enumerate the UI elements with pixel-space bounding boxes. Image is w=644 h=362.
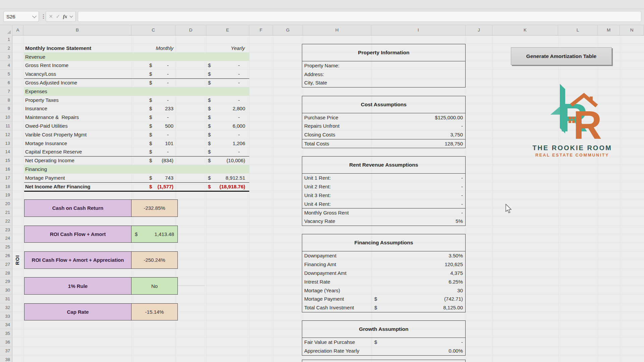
- statement-row-label[interactable]: Net Operating Income: [25, 156, 74, 165]
- roi-metric-value[interactable]: -15.14%: [131, 303, 178, 321]
- cell-name-box[interactable]: S26: [3, 11, 39, 22]
- monthly-value[interactable]: -: [152, 70, 173, 78]
- statement-row-label[interactable]: Net Income After Financing: [25, 182, 90, 191]
- monthly-value[interactable]: 101: [152, 139, 173, 148]
- row-header-29[interactable]: 29: [0, 277, 12, 286]
- roi-metric-label[interactable]: Cap Rate: [24, 303, 131, 321]
- yearly-value[interactable]: -: [211, 78, 245, 87]
- yearly-value[interactable]: -: [211, 130, 245, 139]
- row-header-1[interactable]: 1: [0, 35, 12, 44]
- roi-metric-label[interactable]: 1% Rule: [24, 277, 131, 295]
- row-header-6[interactable]: 6: [0, 78, 12, 87]
- cancel-icon[interactable]: ✕: [49, 14, 53, 19]
- monthly-value[interactable]: -: [152, 113, 173, 122]
- panel-row[interactable]: Downpayment3.50%: [302, 251, 465, 260]
- panel-row[interactable]: Unit 2 Rent:-: [302, 182, 465, 191]
- row-header-22[interactable]: 22: [0, 217, 12, 226]
- panel-row[interactable]: Appreciation Rate Yearly0.00%: [302, 347, 465, 355]
- row-header-34[interactable]: 34: [0, 320, 12, 329]
- panel-row[interactable]: Unit 3 Rent:-: [302, 191, 465, 200]
- row-header-11[interactable]: 11: [0, 122, 12, 130]
- row-header-19[interactable]: 19: [0, 191, 12, 199]
- yearly-value[interactable]: -: [211, 147, 245, 156]
- row-header-25[interactable]: 25: [0, 243, 12, 251]
- statement-row-label[interactable]: Vacancy/Loss: [25, 70, 56, 78]
- yearly-value[interactable]: 1,206: [211, 139, 245, 148]
- panel-row[interactable]: Mortage (Years)30: [302, 286, 465, 295]
- panel-row[interactable]: Closing Costs3,750: [302, 130, 465, 139]
- row-header-33[interactable]: 33: [0, 312, 12, 321]
- panel-row[interactable]: Downpayment Amt4,375: [302, 269, 465, 278]
- monthly-value[interactable]: -: [152, 61, 173, 70]
- column-header-B[interactable]: B: [23, 25, 131, 35]
- roi-metric-value[interactable]: No: [131, 277, 178, 295]
- roi-metric-label[interactable]: ROI Cash Flow + Amort + Appreciation: [24, 251, 131, 269]
- row-header-20[interactable]: 20: [0, 199, 12, 208]
- roi-metric-label[interactable]: Cash on Cash Return: [24, 199, 131, 217]
- column-header-E[interactable]: E: [206, 25, 249, 35]
- row-header-15[interactable]: 15: [0, 156, 12, 165]
- panel-row[interactable]: Total Costs128,750: [302, 139, 465, 148]
- column-header-L[interactable]: L: [558, 25, 598, 35]
- row-header-2[interactable]: 2: [0, 44, 12, 53]
- yearly-value[interactable]: (10,006): [211, 156, 245, 165]
- row-header-28[interactable]: 28: [0, 269, 12, 278]
- more-options-icon[interactable]: ⋮: [41, 11, 46, 22]
- row-header-21[interactable]: 21: [0, 208, 12, 217]
- monthly-value[interactable]: 233: [152, 104, 173, 113]
- statement-row-label[interactable]: Insurance: [25, 104, 47, 113]
- panel-row[interactable]: Financing Amt120,625: [302, 260, 465, 269]
- row-header-30[interactable]: 30: [0, 286, 12, 295]
- panel-row[interactable]: Total Cash Investment$8,125.00: [302, 303, 465, 312]
- row-header-12[interactable]: 12: [0, 130, 12, 139]
- row-header-18[interactable]: 18: [0, 182, 12, 191]
- formula-input[interactable]: [78, 11, 641, 22]
- column-header-I[interactable]: I: [371, 25, 466, 35]
- insert-function-icon[interactable]: fx: [63, 14, 67, 19]
- column-header-M[interactable]: M: [598, 25, 620, 35]
- row-header-16[interactable]: 16: [0, 165, 12, 174]
- yearly-value[interactable]: -: [211, 96, 245, 105]
- yearly-value[interactable]: 8,912.51: [211, 174, 245, 182]
- yearly-value[interactable]: (18,918.76): [211, 182, 245, 191]
- roi-metric-label[interactable]: ROI Cash Flow + Amort: [24, 226, 131, 243]
- panel-row[interactable]: Property Name:: [302, 61, 465, 70]
- row-header-38[interactable]: 38: [0, 355, 12, 362]
- panel-row[interactable]: Repairs Unfront-: [302, 122, 465, 130]
- column-header-G[interactable]: G: [273, 25, 303, 35]
- row-header-10[interactable]: 10: [0, 113, 12, 122]
- yearly-value[interactable]: 2,800: [211, 104, 245, 113]
- monthly-value[interactable]: -: [152, 96, 173, 105]
- monthly-value[interactable]: (834): [152, 156, 173, 165]
- statement-row-label[interactable]: Maintenance & Repairs: [25, 113, 79, 122]
- statement-row-label[interactable]: Varible Cost Property Mgmt: [25, 130, 87, 139]
- monthly-value[interactable]: 500: [152, 122, 173, 130]
- row-header-3[interactable]: 3: [0, 53, 12, 61]
- roi-metric-value[interactable]: $1,413.48: [131, 226, 178, 243]
- confirm-icon[interactable]: ✓: [56, 13, 60, 19]
- column-header-C[interactable]: C: [131, 25, 175, 35]
- panel-row[interactable]: City, State: [302, 78, 465, 87]
- row-header-8[interactable]: 8: [0, 96, 12, 105]
- row-header-23[interactable]: 23: [0, 226, 12, 234]
- panel-row[interactable]: Purchase Price$125,000.00: [302, 113, 465, 122]
- yearly-value[interactable]: -: [211, 113, 245, 122]
- row-header-31[interactable]: 31: [0, 295, 12, 303]
- statement-row-label[interactable]: Gross Adjusted Income: [25, 78, 77, 87]
- monthly-value[interactable]: -: [152, 78, 173, 87]
- select-all-corner[interactable]: [0, 25, 12, 35]
- column-header-J[interactable]: J: [466, 25, 492, 35]
- row-header-37[interactable]: 37: [0, 347, 12, 355]
- row-header-26[interactable]: 26: [0, 251, 12, 260]
- row-header-9[interactable]: 9: [0, 104, 12, 113]
- row-header-13[interactable]: 13: [0, 139, 12, 148]
- chevron-down-icon[interactable]: [70, 14, 73, 17]
- row-header-36[interactable]: 36: [0, 338, 12, 347]
- row-header-7[interactable]: 7: [0, 87, 12, 96]
- row-header-4[interactable]: 4: [0, 61, 12, 70]
- chevron-down-icon[interactable]: [32, 14, 37, 18]
- panel-row[interactable]: Mortage Payment$(742.71): [302, 295, 465, 303]
- yearly-value[interactable]: -: [211, 61, 245, 70]
- roi-metric-value[interactable]: -250.24%: [131, 251, 178, 269]
- statement-row-label[interactable]: Mortage Insurance: [25, 139, 67, 148]
